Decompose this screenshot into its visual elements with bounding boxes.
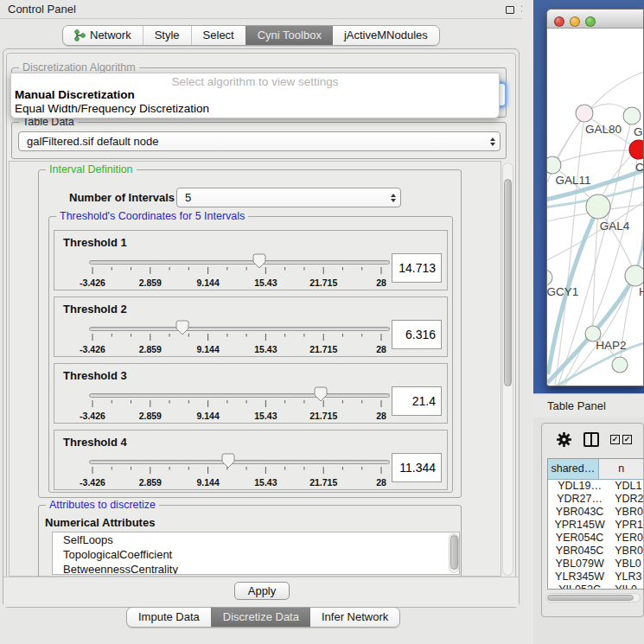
slider-track[interactable] [89, 260, 390, 265]
vertical-scrollbar-thumb[interactable] [504, 179, 512, 386]
apply-button[interactable]: Apply [234, 582, 290, 600]
network-node[interactable] [629, 140, 644, 159]
attributes-list-scrollbar[interactable] [449, 533, 459, 573]
cell-name: YIL0 [611, 583, 644, 590]
horizontal-scrollbar[interactable] [545, 593, 641, 603]
table-row[interactable]: YIL052CYIL0 [548, 583, 644, 590]
slider-track[interactable] [89, 393, 390, 398]
axis-tick-label: 9.144 [182, 344, 234, 354]
cell-shared-name: YIL052C [548, 583, 611, 590]
table-header-row: shared… n [548, 459, 644, 480]
node-label: HAP2 [596, 339, 626, 352]
slider-thumb[interactable] [221, 453, 235, 469]
slider-thumb[interactable] [252, 253, 266, 269]
table-row[interactable]: YDL19…YDL1 [548, 480, 644, 493]
slider-thumb[interactable] [175, 320, 189, 335]
tab-infer-network[interactable]: Infer Network [310, 608, 399, 627]
minimize-traffic-light[interactable] [570, 16, 580, 27]
tab-select[interactable]: Select [191, 26, 245, 45]
table-row[interactable]: YPR145WYPR1 [548, 519, 644, 532]
column-header-shared-name[interactable]: shared… [548, 459, 599, 479]
tab-label: Select [203, 26, 234, 45]
slider-track[interactable] [89, 460, 390, 464]
bottom-tab-bar: Impute DataDiscretize DataInfer Network [126, 607, 400, 628]
close-traffic-light[interactable] [554, 16, 564, 27]
threshold-value-field[interactable]: 21.4 [392, 386, 442, 416]
node-label: G. [634, 125, 644, 138]
table-row[interactable]: YDR27…YDR2 [548, 493, 644, 506]
axis-tick-label: 2.859 [124, 344, 176, 354]
algorithm-item-manual[interactable]: Manual Discretization [15, 88, 135, 101]
network-node[interactable] [586, 194, 610, 219]
axis-tick-label: 21.715 [297, 411, 349, 421]
column-header-name[interactable]: n [599, 459, 644, 479]
algorithm-placeholder-item[interactable]: Select algorithm to view settings [11, 75, 499, 88]
tab-cyni-toolbox[interactable]: Cyni Toolbox [245, 26, 333, 45]
algorithm-item-equal-width[interactable]: Equal Width/Frequency Discretization [15, 102, 209, 115]
attribute-list-item[interactable]: BetweennessCentrality [53, 562, 459, 575]
network-graph: GAL80G.CGAL11GAL4GCY1HHAP2 [547, 29, 644, 386]
cell-name: YDR2 [611, 493, 644, 506]
gear-icon[interactable] [556, 431, 572, 448]
attributes-list[interactable]: SelfLoopsTopologicalCoefficientBetweenne… [52, 532, 460, 575]
threshold-slider[interactable]: -3.4262.8599.14415.4321.71528 [73, 255, 393, 293]
zoom-traffic-light[interactable] [585, 16, 596, 27]
horizontal-scrollbar-thumb[interactable] [547, 595, 634, 601]
num-intervals-combo[interactable]: 5 [176, 188, 401, 207]
tab-style[interactable]: Style [143, 26, 191, 45]
checkbox-icon[interactable]: ✓ [610, 435, 620, 444]
axis-tick-label: 21.715 [297, 277, 349, 288]
axis-tick-label: 15.43 [239, 411, 291, 421]
network-node[interactable] [623, 107, 641, 124]
tab-jactivemnodules[interactable]: jActiveMNodules [333, 26, 439, 45]
cell-shared-name: YBL079W [548, 558, 611, 571]
tab-network[interactable]: Network [63, 26, 143, 45]
node-table[interactable]: shared… n YDL19…YDL1YDR27…YDR2YBR043CYBR… [547, 458, 644, 590]
table-row[interactable]: YLR345WYLR3 [548, 571, 644, 583]
network-node[interactable] [547, 156, 561, 174]
axis-tick-label: 15.43 [239, 277, 291, 288]
attributes-scrollbar-thumb[interactable] [450, 535, 458, 570]
network-node[interactable] [625, 265, 644, 286]
threshold-slider[interactable]: -3.4262.8599.14415.4321.71528 [73, 455, 393, 493]
axis-tick-label: 15.43 [239, 477, 291, 488]
control-panel-titlebar: Control Panel ✕ [0, 0, 522, 19]
threshold-label: Threshold 1 [63, 236, 127, 249]
tab-impute-data[interactable]: Impute Data [127, 608, 211, 627]
node-label: GAL4 [600, 220, 630, 233]
threshold-value-field[interactable]: 14.713 [392, 253, 442, 283]
tab-label: jActiveMNodules [344, 26, 428, 45]
attribute-list-item[interactable]: TopologicalCoefficient [53, 547, 459, 562]
axis-tick-label: 2.859 [124, 411, 176, 421]
node-label: C [635, 161, 644, 174]
cell-shared-name: YBR043C [548, 506, 611, 519]
table-toolbar: ✓ ✓ [542, 424, 643, 455]
panel-gutter [522, 0, 533, 644]
thresholds-group-title: Threshold's Coordinates for 5 Intervals [56, 210, 248, 222]
tab-discretize-data[interactable]: Discretize Data [211, 608, 310, 627]
threshold-value-field[interactable]: 11.344 [392, 453, 442, 482]
network-window-titlebar[interactable] [547, 10, 643, 29]
node-table-window: ✓ ✓ shared… n YDL19…YDL1YDR27…YDR2YBR043… [541, 423, 644, 617]
columns-icon[interactable] [583, 432, 599, 447]
threshold-slider[interactable]: -3.4262.8599.14415.4321.71528 [73, 388, 393, 426]
table-row[interactable]: YBL079WYBL0 [548, 558, 644, 571]
attributes-group-title: Attributes to discretize [46, 499, 159, 511]
table-row[interactable]: YBR043CYBR0 [548, 506, 644, 519]
vertical-scrollbar[interactable] [502, 163, 513, 576]
slider-thumb[interactable] [314, 386, 328, 402]
threshold-value-field[interactable]: 6.316 [392, 320, 442, 349]
network-node[interactable] [612, 357, 628, 373]
network-node[interactable] [576, 105, 593, 122]
tab-label: Network [90, 26, 131, 45]
threshold-slider[interactable]: -3.4262.8599.14415.4321.71528 [73, 322, 393, 360]
network-node[interactable] [547, 270, 552, 285]
float-window-icon[interactable] [506, 6, 514, 14]
table-row[interactable]: YBR045CYBR0 [548, 545, 644, 558]
slider-track[interactable] [89, 327, 390, 331]
attribute-list-item[interactable]: SelfLoops [53, 532, 459, 547]
network-canvas[interactable]: GAL80G.CGAL11GAL4GCY1HHAP2 [547, 29, 644, 386]
table-data-combo[interactable]: galFiltered.sif default node [18, 131, 501, 151]
checkbox-icon[interactable]: ✓ [622, 435, 632, 444]
table-row[interactable]: YER054CYER0 [548, 532, 644, 545]
